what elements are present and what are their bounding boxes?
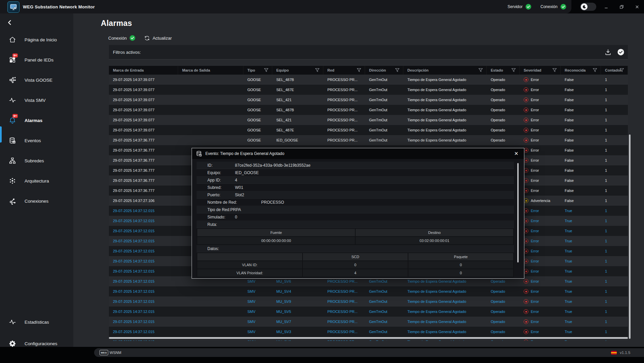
filter-icon[interactable] bbox=[478, 68, 483, 72]
server-status: Servidor bbox=[508, 0, 531, 13]
acknowledge-all-icon[interactable] bbox=[617, 48, 625, 56]
table-row[interactable]: 29-07-2025 14:37:12.015SMVMU_SV3PROCESSO… bbox=[109, 327, 628, 337]
severity-icon bbox=[524, 249, 528, 253]
severity-icon bbox=[524, 289, 528, 294]
severity-icon bbox=[524, 218, 528, 223]
sidebar-item-conexiones[interactable]: Conexiones bbox=[0, 194, 73, 208]
connection-label: Conexión bbox=[540, 4, 558, 9]
sidebar: Página de InicioPanel de IEDs9+Vista GOO… bbox=[0, 13, 73, 347]
severity-icon bbox=[524, 77, 528, 82]
sidebar-item-label: Arquitectura bbox=[25, 178, 49, 184]
table-row[interactable]: 29-07-2025 14:37:39.077GOOSESEL_487EPROC… bbox=[109, 125, 628, 135]
close-button[interactable] bbox=[632, 0, 642, 13]
table-row[interactable]: 29-07-2025 14:37:39.077GOOSESEL_487EPROC… bbox=[109, 85, 628, 95]
modal-body: ID:87ce2fed-352a-433a-90db-3e119b3552aeE… bbox=[197, 162, 514, 277]
notification-badge: 9+ bbox=[12, 114, 18, 118]
vertical-scrollbar[interactable] bbox=[629, 134, 631, 339]
sidebar-item-arquitectura[interactable]: Arquitectura bbox=[0, 173, 73, 188]
sidebar-item-label: Estadísticas bbox=[25, 320, 49, 325]
table-row[interactable]: 29-07-2025 14:37:36.777GOOSEIED_GOOSEPRO… bbox=[109, 135, 628, 145]
dots-icon bbox=[9, 177, 16, 185]
page-connection-label: Conexión bbox=[108, 36, 127, 41]
active-item-indicator bbox=[0, 126, 2, 143]
filter-icon[interactable] bbox=[593, 68, 597, 72]
language-flag-icon[interactable] bbox=[611, 351, 617, 355]
column-header-severidad: Severidad bbox=[520, 66, 561, 75]
theme-toggle[interactable] bbox=[580, 3, 596, 11]
table-row[interactable]: 29-07-2025 14:37:12.015SMVMU_SV9PROCESSO… bbox=[109, 296, 628, 307]
sidebar-item-panel-de-ieds[interactable]: Panel de IEDs9+ bbox=[0, 52, 73, 67]
modal-close-icon[interactable]: ✕ bbox=[513, 148, 520, 159]
window-titlebar: WEG Substation Network Monitor Servidor … bbox=[0, 0, 644, 13]
sidebar-item-label: Eventos bbox=[25, 138, 41, 143]
table-row[interactable]: 29-07-2025 14:37:39.077GOOSESEL_421PROCE… bbox=[109, 115, 628, 125]
modal-field-row: Ruta: bbox=[197, 221, 514, 228]
active-filters-bar: Filtros activos: bbox=[109, 45, 628, 59]
column-header-direcci-n: Dirección bbox=[365, 66, 403, 75]
collapse-sidebar-button[interactable] bbox=[6, 17, 16, 28]
sidebar-item-vista-smv[interactable]: Vista SMV bbox=[0, 93, 73, 108]
severity-icon bbox=[524, 188, 528, 193]
bottom-strip: WEG WSNM v1.1.5 bbox=[0, 347, 644, 363]
column-header-estado: Estado bbox=[487, 66, 520, 75]
moon-icon bbox=[581, 3, 588, 10]
filter-icon[interactable] bbox=[315, 68, 320, 72]
filter-icon[interactable] bbox=[511, 68, 516, 72]
app-window: WEG Substation Network Monitor Servidor … bbox=[0, 0, 644, 363]
app-logo-icon bbox=[7, 1, 19, 13]
minimize-button[interactable] bbox=[601, 0, 611, 13]
filters-label: Filtros activos: bbox=[113, 45, 141, 59]
status-bar: WEG WSNM v1.1.5 bbox=[94, 348, 644, 357]
filter-icon[interactable] bbox=[619, 68, 624, 72]
filter-icon[interactable] bbox=[395, 68, 400, 72]
table-row[interactable]: 29-07-2025 14:37:39.077GOOSESEL_421PROCE… bbox=[109, 95, 628, 105]
modal-field-row: Puerto:Slot2 bbox=[197, 191, 514, 199]
sidebar-item-label: Subredes bbox=[25, 158, 44, 163]
modal-header: Evento: Tiempo de Espera General Agotado… bbox=[192, 148, 524, 159]
connection-row: Conexión Actualizar bbox=[108, 34, 172, 42]
filter-icon[interactable] bbox=[264, 68, 269, 72]
sidebar-item-alarmas[interactable]: Alarmas9+ bbox=[0, 113, 73, 128]
download-icon[interactable] bbox=[604, 48, 612, 56]
sidebar-item-subredes[interactable]: Subredes bbox=[0, 153, 73, 168]
modal-scrollbar[interactable] bbox=[517, 163, 519, 263]
severity-icon bbox=[524, 97, 528, 102]
db-icon bbox=[9, 137, 16, 144]
modal-field-row: Equipo:IED_GOOSE bbox=[197, 169, 514, 176]
weg-logo: WEG bbox=[99, 350, 108, 355]
sidebar-item-estad-sticas[interactable]: Estadísticas bbox=[0, 315, 73, 329]
connection-ok-icon bbox=[560, 4, 566, 10]
sidebar-item-label: Configuraciones bbox=[25, 341, 57, 346]
app-title: WEG Substation Network Monitor bbox=[23, 0, 95, 13]
connection-status: Conexión bbox=[540, 0, 566, 13]
notification-badge: 9+ bbox=[12, 53, 18, 57]
table-row[interactable]: 29-07-2025 14:37:12.015SMVMU_SV4PROCESSO… bbox=[109, 286, 628, 296]
sidebar-item-label: Página de Inicio bbox=[25, 37, 57, 42]
filter-icon[interactable] bbox=[552, 68, 557, 72]
modal-field-row: Tipo de Red:PRPA bbox=[197, 206, 514, 213]
sidebar-item-vista-goose[interactable]: Vista GOOSE bbox=[0, 73, 73, 87]
sidebar-item-p-gina-de-inicio[interactable]: Página de Inicio bbox=[0, 32, 73, 47]
page-title: Alarmas bbox=[101, 19, 132, 28]
severity-icon bbox=[524, 339, 528, 341]
goose-icon bbox=[9, 76, 16, 84]
modal-field-row: Nombre de Red:PROCESSO bbox=[197, 199, 514, 206]
table-header: Marca de EntradaMarca de SalidaTipoEquip… bbox=[109, 66, 628, 75]
column-header-reconocida: Reconocida bbox=[561, 66, 601, 75]
horizontal-scrollbar[interactable] bbox=[109, 337, 628, 339]
server-label: Servidor bbox=[508, 4, 523, 9]
severity-icon bbox=[524, 168, 528, 173]
column-header-descripci-n: Descripción bbox=[403, 66, 487, 75]
table-row[interactable]: 29-07-2025 14:37:39.077GOOSESEL_487BPROC… bbox=[109, 75, 628, 85]
column-header-tipo: Tipo bbox=[243, 66, 272, 75]
sidebar-item-label: Alarmas bbox=[25, 118, 42, 123]
refresh-button[interactable]: Actualizar bbox=[144, 35, 172, 41]
table-row[interactable]: 29-07-2025 14:37:12.015SMVMU_SV7PROCESSO… bbox=[109, 317, 628, 327]
column-header-marca-de-salida: Marca de Salida bbox=[178, 66, 243, 75]
filter-icon[interactable] bbox=[357, 68, 361, 72]
table-row[interactable]: 29-07-2025 14:37:39.077GOOSESEL_487BPROC… bbox=[109, 105, 628, 115]
column-header-contador: Contador bbox=[601, 66, 628, 75]
restore-button[interactable] bbox=[616, 0, 627, 13]
sidebar-item-eventos[interactable]: Eventos bbox=[0, 133, 73, 148]
table-row[interactable]: 29-07-2025 14:37:12.015SMVMU_SV5PROCESSO… bbox=[109, 307, 628, 317]
